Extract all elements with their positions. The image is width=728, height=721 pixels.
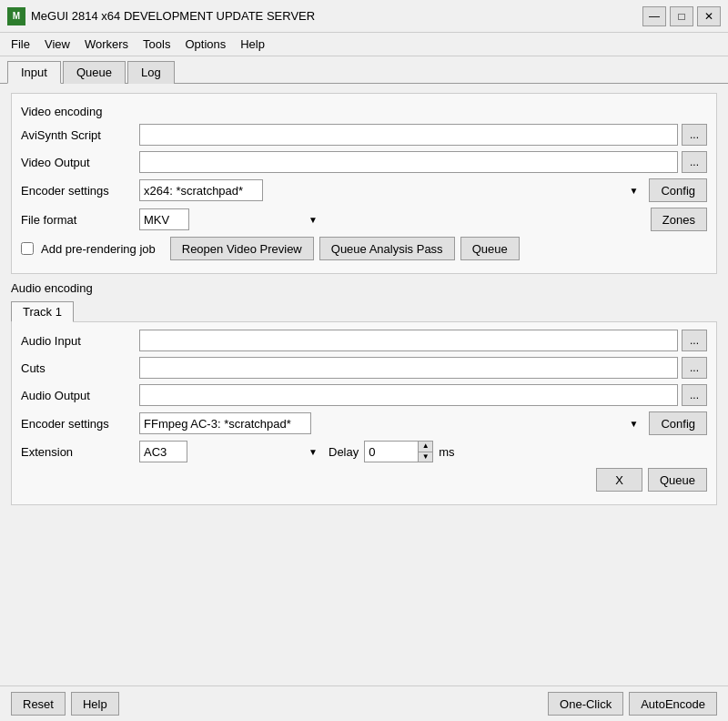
main-tabs-bar: Input Queue Log	[0, 56, 728, 84]
tab-queue[interactable]: Queue	[63, 61, 126, 84]
audio-input-label: Audio Input	[21, 334, 139, 348]
video-queue-button[interactable]: Queue	[460, 237, 520, 260]
audio-encoding-section: Audio encoding Track 1 Audio Input ... C…	[11, 281, 717, 505]
file-format-dropdown-container: MKV MP4 AVI ▼	[139, 208, 321, 230]
audio-input-field[interactable]	[139, 330, 678, 351]
audio-x-button[interactable]: X	[596, 468, 642, 492]
audio-queue-row: X Queue	[21, 468, 707, 492]
audio-encoder-dropdown-arrow: ▼	[630, 419, 639, 429]
audio-encoder-settings-row: Encoder settings FFmpeg AC-3: *scratchpa…	[21, 411, 707, 435]
avisynthscript-input[interactable]	[139, 124, 678, 146]
queue-analysis-pass-button[interactable]: Queue Analysis Pass	[319, 237, 455, 260]
delay-input[interactable]	[364, 441, 419, 462]
extension-delay-row: Extension AC3 AAC MP3 ▼ Delay ▲ ▼	[21, 441, 707, 462]
audio-output-input[interactable]	[139, 384, 678, 406]
tab-log[interactable]: Log	[127, 61, 175, 84]
delay-label: Delay	[329, 445, 359, 459]
title-bar-title: MeGUI 2814 x64 DEVELOPMENT UPDATE SERVER	[31, 9, 642, 23]
video-encoding-header: Video encoding	[21, 105, 707, 118]
video-encoding-section: Video encoding AviSynth Script ... Video…	[11, 93, 717, 274]
audio-config-button[interactable]: Config	[649, 411, 707, 435]
delay-group: Delay ▲ ▼ ms	[329, 441, 455, 462]
add-prerender-checkbox[interactable]	[21, 242, 34, 255]
video-encoder-dropdown[interactable]: x264: *scratchpad*	[139, 179, 263, 201]
menu-file[interactable]: File	[4, 36, 37, 53]
footer-right: One-Click AutoEncode	[548, 692, 717, 716]
file-format-row: File format MKV MP4 AVI ▼ Zones	[21, 208, 707, 231]
reset-button[interactable]: Reset	[11, 692, 66, 716]
delay-spinner: ▲ ▼	[419, 441, 433, 462]
reopen-video-preview-button[interactable]: Reopen Video Preview	[170, 237, 314, 260]
audio-input-row: Audio Input ...	[21, 330, 707, 351]
file-format-label: File format	[21, 213, 139, 227]
cuts-browse-button[interactable]: ...	[682, 357, 707, 379]
track-tab-bar: Track 1	[11, 300, 717, 321]
menu-tools[interactable]: Tools	[136, 36, 177, 53]
menu-view[interactable]: View	[37, 36, 77, 53]
title-bar-controls: — □ ✕	[642, 6, 721, 26]
extension-dropdown-container: AC3 AAC MP3 ▼	[139, 441, 321, 462]
audio-encoder-settings-label: Encoder settings	[21, 417, 139, 431]
main-content: Video encoding AviSynth Script ... Video…	[0, 84, 728, 522]
audio-encoding-header: Audio encoding	[11, 281, 717, 295]
extension-label: Extension	[21, 445, 139, 459]
audio-queue-button[interactable]: Queue	[648, 468, 707, 492]
audio-output-label: Audio Output	[21, 389, 139, 402]
video-output-label: Video Output	[21, 156, 139, 169]
delay-spinner-up[interactable]: ▲	[419, 442, 432, 452]
video-output-browse-button[interactable]: ...	[682, 151, 707, 173]
menu-bar: File View Workers Tools Options Help	[0, 33, 728, 56]
menu-help[interactable]: Help	[233, 36, 272, 53]
footer: Reset Help One-Click AutoEncode	[0, 685, 728, 721]
audio-encoder-dropdown-container: FFmpeg AC-3: *scratchpad* ▼	[139, 412, 642, 434]
delay-spinner-down[interactable]: ▼	[419, 452, 432, 462]
video-encoder-settings-row: Encoder settings x264: *scratchpad* ▼ Co…	[21, 178, 707, 202]
ms-label: ms	[439, 445, 454, 459]
audio-output-browse-button[interactable]: ...	[682, 384, 707, 406]
audio-output-row: Audio Output ...	[21, 384, 707, 406]
video-output-row: Video Output ...	[21, 151, 707, 173]
menu-workers[interactable]: Workers	[77, 36, 136, 53]
title-bar: M MeGUI 2814 x64 DEVELOPMENT UPDATE SERV…	[0, 0, 728, 33]
track-1-tab[interactable]: Track 1	[11, 301, 74, 322]
help-button[interactable]: Help	[71, 692, 119, 716]
close-button[interactable]: ✕	[697, 6, 721, 26]
cuts-label: Cuts	[21, 361, 139, 375]
zones-button[interactable]: Zones	[651, 208, 707, 231]
tab-input[interactable]: Input	[7, 61, 61, 84]
extension-dropdown[interactable]: AC3 AAC MP3	[139, 441, 187, 462]
maximize-button[interactable]: □	[670, 6, 693, 26]
avisynthscript-browse-button[interactable]: ...	[682, 124, 707, 146]
footer-left: Reset Help	[11, 692, 119, 716]
video-output-input[interactable]	[139, 151, 678, 173]
audio-track-section: Audio Input ... Cuts ... Audio Output ..…	[11, 321, 717, 505]
video-config-button[interactable]: Config	[649, 178, 707, 202]
video-encoder-dropdown-arrow: ▼	[630, 186, 639, 196]
audio-input-browse-button[interactable]: ...	[682, 330, 707, 351]
cuts-row: Cuts ...	[21, 357, 707, 379]
add-prerender-label: Add pre-rendering job	[41, 242, 156, 256]
video-encoder-settings-label: Encoder settings	[21, 184, 139, 198]
file-format-dropdown[interactable]: MKV MP4 AVI	[139, 208, 189, 230]
avisynthscript-row: AviSynth Script ...	[21, 124, 707, 146]
minimize-button[interactable]: —	[642, 6, 666, 26]
menu-options[interactable]: Options	[177, 36, 233, 53]
prerender-row: Add pre-rendering job Reopen Video Previ…	[21, 237, 707, 260]
autoencode-button[interactable]: AutoEncode	[629, 692, 717, 716]
audio-encoder-dropdown[interactable]: FFmpeg AC-3: *scratchpad*	[139, 412, 311, 434]
extension-dropdown-arrow: ▼	[308, 447, 318, 457]
cuts-input[interactable]	[139, 357, 678, 379]
one-click-button[interactable]: One-Click	[548, 692, 623, 716]
app-icon: M	[7, 7, 25, 25]
video-encoder-dropdown-container: x264: *scratchpad* ▼	[139, 179, 642, 201]
avisynthscript-label: AviSynth Script	[21, 128, 139, 142]
file-format-dropdown-arrow: ▼	[308, 215, 318, 225]
